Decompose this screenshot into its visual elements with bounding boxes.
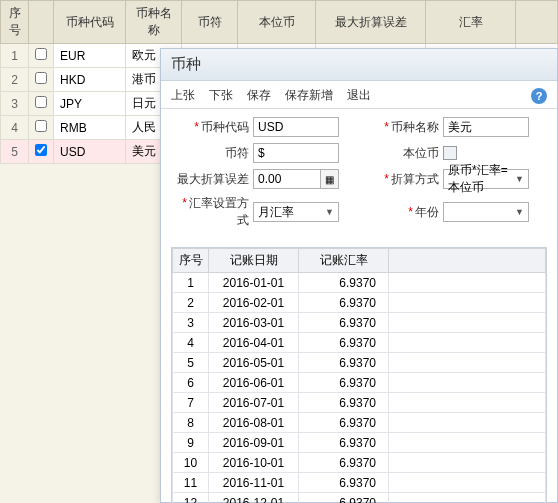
row-chk[interactable] [29,68,54,92]
row-code: HKD [54,68,126,92]
col-rate: 汇率 [426,1,516,44]
chevron-down-icon: ▼ [515,207,524,217]
sub-date: 2016-12-01 [209,493,299,504]
sub-rate: 6.9370 [299,333,389,353]
list-item[interactable]: 3 2016-03-01 6.9370 [173,313,546,333]
list-item[interactable]: 7 2016-07-01 6.9370 [173,393,546,413]
sub-blank [389,293,546,313]
sub-rate: 6.9370 [299,293,389,313]
col-chk [29,1,54,44]
sub-blank [389,353,546,373]
row-code: RMB [54,116,126,140]
help-icon[interactable]: ? [531,88,547,104]
name-input[interactable] [443,117,529,137]
sub-seq: 11 [173,473,209,493]
row-checkbox[interactable] [35,48,47,60]
base-checkbox[interactable] [443,146,457,160]
sub-blank [389,373,546,393]
rate-subgrid: 序号 记账日期 记账汇率 1 2016-01-01 6.9370 2 2016-… [171,247,547,503]
prev-button[interactable]: 上张 [171,87,195,104]
sub-date: 2016-05-01 [209,353,299,373]
sub-blank [389,333,546,353]
list-item[interactable]: 6 2016-06-01 6.9370 [173,373,546,393]
list-item[interactable]: 9 2016-09-01 6.9370 [173,433,546,453]
col-code: 币种代码 [54,1,126,44]
row-seq: 3 [1,92,29,116]
sym-label: 币符 [171,145,253,162]
sub-rate: 6.9370 [299,493,389,504]
calc-select[interactable]: 原币*汇率=本位币▼ [443,169,529,189]
next-button[interactable]: 下张 [209,87,233,104]
calc-label: 折算方式 [361,171,443,188]
sub-blank [389,493,546,504]
dialog-title: 币种 [161,49,557,81]
list-item[interactable]: 11 2016-11-01 6.9370 [173,473,546,493]
sub-seq: 3 [173,313,209,333]
exit-button[interactable]: 退出 [347,87,371,104]
sub-seq: 10 [173,453,209,473]
list-item[interactable]: 1 2016-01-01 6.9370 [173,273,546,293]
calendar-icon[interactable]: ▦ [321,169,339,189]
list-item[interactable]: 12 2016-12-01 6.9370 [173,493,546,504]
rate-select[interactable]: 月汇率▼ [253,202,339,222]
sub-date: 2016-01-01 [209,273,299,293]
sub-rate: 6.9370 [299,373,389,393]
sub-rate: 6.9370 [299,313,389,333]
row-chk[interactable] [29,92,54,116]
sub-date: 2016-09-01 [209,433,299,453]
row-code: EUR [54,44,126,68]
sub-seq: 5 [173,353,209,373]
row-checkbox[interactable] [35,144,47,156]
year-label: 年份 [361,204,443,221]
rate-label: 汇率设置方式 [171,195,253,229]
dialog-form: 币种代码 币种名称 币符 本位币 最大折算误差▦ 折算方式原币*汇率=本位币▼ … [161,109,557,243]
list-item[interactable]: 2 2016-02-01 6.9370 [173,293,546,313]
code-input[interactable] [253,117,339,137]
sub-seq: 7 [173,393,209,413]
currency-dialog: 币种 上张 下张 保存 保存新增 退出 ? 币种代码 币种名称 币符 本位币 最… [160,48,558,503]
sub-col-date: 记账日期 [209,249,299,273]
name-label: 币种名称 [361,119,443,136]
sub-date: 2016-07-01 [209,393,299,413]
row-seq: 1 [1,44,29,68]
sub-col-blank [389,249,546,273]
row-chk[interactable] [29,116,54,140]
year-select[interactable]: ▼ [443,202,529,222]
sym-input[interactable] [253,143,339,163]
sub-date: 2016-04-01 [209,333,299,353]
sub-blank [389,313,546,333]
sub-date: 2016-03-01 [209,313,299,333]
sub-blank [389,433,546,453]
row-chk[interactable] [29,140,54,164]
sub-rate: 6.9370 [299,433,389,453]
sub-date: 2016-11-01 [209,473,299,493]
row-checkbox[interactable] [35,120,47,132]
maxerr-input[interactable] [253,169,321,189]
sub-blank [389,273,546,293]
row-chk[interactable] [29,44,54,68]
dialog-toolbar: 上张 下张 保存 保存新增 退出 ? [161,81,557,109]
row-checkbox[interactable] [35,72,47,84]
sub-rate: 6.9370 [299,473,389,493]
list-item[interactable]: 10 2016-10-01 6.9370 [173,453,546,473]
row-code: USD [54,140,126,164]
rate-value: 月汇率 [258,204,294,221]
sub-blank [389,413,546,433]
sub-seq: 2 [173,293,209,313]
row-checkbox[interactable] [35,96,47,108]
sub-seq: 6 [173,373,209,393]
list-item[interactable]: 4 2016-04-01 6.9370 [173,333,546,353]
sub-rate: 6.9370 [299,413,389,433]
list-item[interactable]: 8 2016-08-01 6.9370 [173,413,546,433]
sub-seq: 9 [173,433,209,453]
col-x [516,1,558,44]
save-button[interactable]: 保存 [247,87,271,104]
sub-rate: 6.9370 [299,453,389,473]
sub-blank [389,453,546,473]
maxerr-label: 最大折算误差 [171,171,253,188]
sub-rate: 6.9370 [299,353,389,373]
code-label: 币种代码 [171,119,253,136]
save-new-button[interactable]: 保存新增 [285,87,333,104]
col-name: 币种名称 [126,1,182,44]
list-item[interactable]: 5 2016-05-01 6.9370 [173,353,546,373]
